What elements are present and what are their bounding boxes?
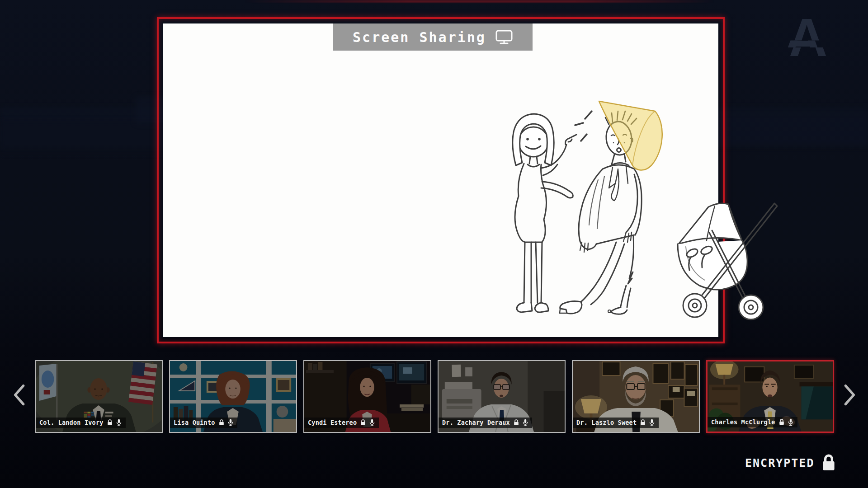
participant-tile[interactable]: Cyndi Estereo xyxy=(303,360,431,433)
chevron-right-icon xyxy=(843,384,857,406)
participant-name: Charles McClurgle xyxy=(711,418,775,426)
mic-icon xyxy=(228,419,233,426)
lock-icon xyxy=(514,419,519,426)
participant-tile[interactable]: Col. Landon Ivory xyxy=(35,360,163,433)
next-participants-button[interactable] xyxy=(839,382,861,409)
lock-icon xyxy=(360,419,366,426)
participant-name: Dr. Laszlo Sweet xyxy=(576,419,637,426)
top-red-glow xyxy=(244,0,714,3)
mic-icon xyxy=(649,419,655,426)
screen-share-title: Screen Sharing xyxy=(353,29,486,45)
encryption-label: ENCRYPTED xyxy=(745,456,814,469)
prev-participants-button[interactable] xyxy=(8,382,30,409)
participant-tile[interactable]: Charles McClurgle xyxy=(706,360,834,433)
participant-name: Col. Landon Ivory xyxy=(39,419,104,426)
participant-nameplate: Dr. Laszlo Sweet xyxy=(573,418,659,428)
participant-nameplate: Cyndi Estereo xyxy=(304,418,379,428)
shared-drawing xyxy=(498,91,787,326)
monitor-icon xyxy=(495,29,513,45)
participant-name: Lisa Quinto xyxy=(174,419,215,426)
mic-icon xyxy=(523,419,528,426)
lock-icon xyxy=(640,419,646,426)
network-watermark: A A A xyxy=(788,13,837,67)
participant-tile[interactable]: Dr. Zachary Deraux xyxy=(438,360,566,433)
mic-icon xyxy=(116,419,122,426)
screen-share-content xyxy=(163,23,718,337)
participant-nameplate: Charles McClurgle xyxy=(708,417,797,427)
lock-icon xyxy=(219,419,224,426)
lock-icon xyxy=(107,419,113,426)
participant-nameplate: Col. Landon Ivory xyxy=(36,418,126,428)
mic-icon xyxy=(369,419,375,426)
chevron-left-icon xyxy=(12,384,26,406)
participant-name: Cyndi Estereo xyxy=(308,419,357,426)
lock-icon xyxy=(821,454,836,472)
screen-share-header: Screen Sharing xyxy=(333,23,533,51)
participant-tile[interactable]: Dr. Laszlo Sweet xyxy=(572,360,700,433)
participant-name: Dr. Zachary Deraux xyxy=(442,419,510,426)
participant-tile[interactable]: Lisa Quinto xyxy=(169,360,297,433)
mic-icon xyxy=(788,418,793,426)
encryption-status: ENCRYPTED xyxy=(745,454,836,472)
video-conference-app: A A A xyxy=(0,0,868,488)
participant-nameplate: Dr. Zachary Deraux xyxy=(439,418,532,428)
participant-nameplate: Lisa Quinto xyxy=(170,418,237,428)
lock-icon xyxy=(779,419,784,425)
